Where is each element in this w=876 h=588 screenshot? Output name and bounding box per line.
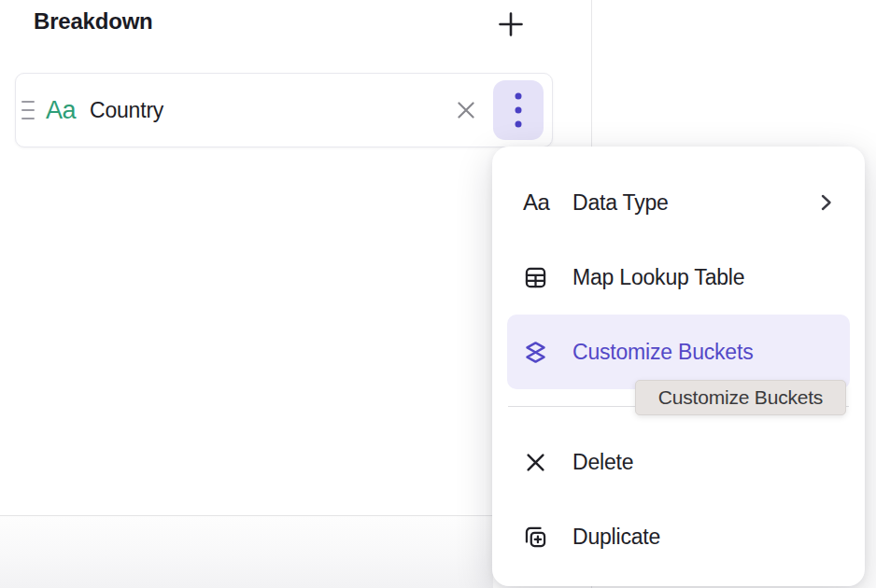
text-type-icon: Aa (523, 189, 557, 216)
copy-plus-icon (523, 525, 557, 550)
x-icon (523, 450, 557, 475)
table-icon (523, 265, 557, 290)
menu-item-map-lookup-table[interactable]: Map Lookup Table (507, 240, 850, 315)
menu-item-label: Customize Buckets (572, 340, 753, 365)
menu-item-delete[interactable]: Delete (507, 425, 850, 499)
menu-item-data-type[interactable]: Aa Data Type (507, 165, 850, 240)
panel-footer-area (0, 516, 493, 588)
plus-icon (497, 10, 525, 38)
menu-item-label: Data Type (572, 190, 669, 216)
property-name[interactable]: Country (90, 98, 163, 123)
menu-item-duplicate[interactable]: Duplicate (507, 499, 850, 574)
layers-icon (523, 340, 557, 365)
property-context-menu: Aa Data Type Map Lookup Table (492, 147, 865, 586)
remove-property-button[interactable] (449, 93, 483, 127)
breakdown-property-card[interactable]: Aa Country (15, 73, 553, 147)
page-title: Breakdown (34, 8, 153, 35)
text-type-icon: Aa (46, 96, 76, 125)
tooltip: Customize Buckets (635, 380, 846, 415)
menu-item-label: Delete (572, 450, 633, 475)
close-icon (454, 98, 478, 122)
tooltip-text: Customize Buckets (658, 386, 823, 409)
kebab-menu-icon (512, 90, 525, 131)
menu-item-label: Duplicate (572, 525, 660, 550)
add-breakdown-button[interactable] (493, 7, 529, 42)
drag-handle-icon[interactable] (21, 97, 35, 123)
chevron-right-icon (818, 192, 834, 213)
menu-item-label: Map Lookup Table (572, 265, 744, 290)
menu-item-customize-buckets[interactable]: Customize Buckets (507, 315, 850, 389)
more-options-button[interactable] (493, 80, 544, 140)
breakdown-screen: Breakdown Aa Country (0, 0, 876, 588)
